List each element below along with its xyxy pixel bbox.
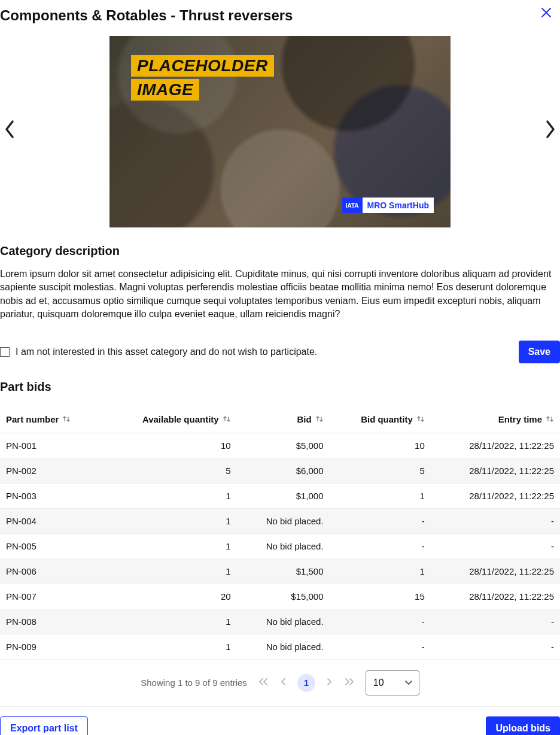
col-bid[interactable]: Bid xyxy=(237,406,330,433)
cell-bq: - xyxy=(330,634,431,659)
col-part-number[interactable]: Part number xyxy=(0,406,103,433)
chevron-right-icon xyxy=(326,678,333,686)
table-row: PN-00720$15,0001528/11/2022, 11:22:25 xyxy=(0,584,560,609)
cell-pn: PN-009 xyxy=(0,634,103,659)
table-row: PN-0041No bid placed.-- xyxy=(0,508,560,533)
cell-et: 28/11/2022, 11:22:25 xyxy=(431,458,560,483)
table-row: PN-0091No bid placed.-- xyxy=(0,634,560,659)
cell-et: - xyxy=(431,634,560,659)
cell-bq: 15 xyxy=(330,584,431,609)
sort-icon xyxy=(416,415,425,423)
table-row: PN-0061$1,500128/11/2022, 11:22:25 xyxy=(0,558,560,584)
col-available-quantity-label: Available quantity xyxy=(142,414,219,424)
col-available-quantity[interactable]: Available quantity xyxy=(103,406,237,433)
cell-bq: - xyxy=(330,609,431,634)
cell-et: 28/11/2022, 11:22:25 xyxy=(431,584,560,609)
cell-aq: 1 xyxy=(103,634,237,659)
col-bid-quantity[interactable]: Bid quantity xyxy=(330,406,431,433)
cell-bq: 5 xyxy=(330,458,431,483)
cell-bid: $15,000 xyxy=(237,584,330,609)
cell-pn: PN-006 xyxy=(0,558,103,584)
paginator-prev-button[interactable] xyxy=(279,678,287,688)
optout-label-wrap[interactable]: I am not interested in this asset catego… xyxy=(0,347,317,357)
description-heading: Category description xyxy=(0,244,560,258)
cell-bq: 1 xyxy=(330,483,431,508)
cell-bid: $1,500 xyxy=(237,558,330,584)
paginator-next-button[interactable] xyxy=(326,678,333,688)
sort-icon xyxy=(62,415,71,423)
cell-aq: 1 xyxy=(103,508,237,533)
cell-et: 28/11/2022, 11:22:25 xyxy=(431,558,560,584)
table-row: PN-0081No bid placed.-- xyxy=(0,609,560,634)
close-button[interactable] xyxy=(541,7,560,20)
close-icon xyxy=(541,7,552,18)
cell-bid: No bid placed. xyxy=(237,508,330,533)
col-entry-time[interactable]: Entry time xyxy=(431,406,560,433)
placeholder-text-1: PLACEHOLDER xyxy=(131,55,274,77)
optout-checkbox[interactable] xyxy=(0,347,10,357)
table-row: PN-0025$6,000528/11/2022, 11:22:25 xyxy=(0,458,560,483)
cell-aq: 10 xyxy=(103,433,237,458)
page-size-select[interactable]: 10 xyxy=(366,670,419,695)
export-part-list-button[interactable]: Export part list xyxy=(0,716,88,735)
cell-et: - xyxy=(431,508,560,533)
table-row: PN-0031$1,000128/11/2022, 11:22:25 xyxy=(0,483,560,508)
col-entry-time-label: Entry time xyxy=(498,414,542,424)
chevron-double-right-icon xyxy=(344,678,355,686)
cell-bid: $1,000 xyxy=(237,483,330,508)
cell-bid: No bid placed. xyxy=(237,533,330,558)
upload-bids-button[interactable]: Upload bids xyxy=(486,716,560,735)
cell-bid: $5,000 xyxy=(237,433,330,458)
cell-pn: PN-008 xyxy=(0,609,103,634)
paginator-page-current[interactable]: 1 xyxy=(297,674,315,692)
chevron-left-icon xyxy=(279,678,287,686)
paginator-status: Showing 1 to 9 of 9 entries xyxy=(141,678,247,688)
cell-pn: PN-003 xyxy=(0,483,103,508)
cell-et: - xyxy=(431,533,560,558)
cell-bq: 1 xyxy=(330,558,431,584)
cell-aq: 1 xyxy=(103,609,237,634)
page-size-value: 10 xyxy=(373,678,384,688)
placeholder-text-2: IMAGE xyxy=(131,79,199,101)
cell-bid: $6,000 xyxy=(237,458,330,483)
sort-icon xyxy=(223,415,231,423)
col-part-number-label: Part number xyxy=(6,414,59,424)
paginator-last-button[interactable] xyxy=(344,678,355,688)
cell-pn: PN-004 xyxy=(0,508,103,533)
cell-aq: 20 xyxy=(103,584,237,609)
paginator: Showing 1 to 9 of 9 entries 1 10 xyxy=(0,660,560,707)
chevron-left-icon xyxy=(4,119,17,139)
cell-pn: PN-005 xyxy=(0,533,103,558)
watermark-logo-text: IATA xyxy=(342,198,363,213)
cell-aq: 1 xyxy=(103,483,237,508)
cell-bid: No bid placed. xyxy=(237,634,330,659)
cell-aq: 5 xyxy=(103,458,237,483)
carousel-next-button[interactable] xyxy=(540,119,560,144)
col-bid-label: Bid xyxy=(297,414,311,424)
cell-pn: PN-007 xyxy=(0,584,103,609)
cell-aq: 1 xyxy=(103,558,237,584)
cell-pn: PN-001 xyxy=(0,433,103,458)
paginator-first-button[interactable] xyxy=(258,678,269,688)
chevron-double-left-icon xyxy=(258,678,269,686)
save-button[interactable]: Save xyxy=(519,341,560,363)
table-row: PN-00110$5,0001028/11/2022, 11:22:25 xyxy=(0,433,560,458)
cell-et: 28/11/2022, 11:22:25 xyxy=(431,433,560,458)
page-title: Components & Rotables - Thrust reversers xyxy=(0,7,293,24)
category-image: PLACEHOLDER IMAGE IATA MRO SmartHub xyxy=(109,36,451,227)
part-bids-heading: Part bids xyxy=(0,380,560,394)
placeholder-overlay: PLACEHOLDER IMAGE xyxy=(131,55,274,103)
carousel-prev-button[interactable] xyxy=(0,119,20,144)
col-bid-quantity-label: Bid quantity xyxy=(361,414,413,424)
table-row: PN-0051No bid placed.-- xyxy=(0,533,560,558)
cell-et: - xyxy=(431,609,560,634)
cell-bq: - xyxy=(330,508,431,533)
cell-bid: No bid placed. xyxy=(237,609,330,634)
sort-icon xyxy=(546,415,554,423)
cell-bq: 10 xyxy=(330,433,431,458)
part-bids-table: Part number Available quantity Bid Bid q… xyxy=(0,406,560,660)
optout-label: I am not interested in this asset catego… xyxy=(16,347,317,357)
sort-icon xyxy=(315,415,324,423)
chevron-down-icon xyxy=(404,678,413,688)
cell-bq: - xyxy=(330,533,431,558)
